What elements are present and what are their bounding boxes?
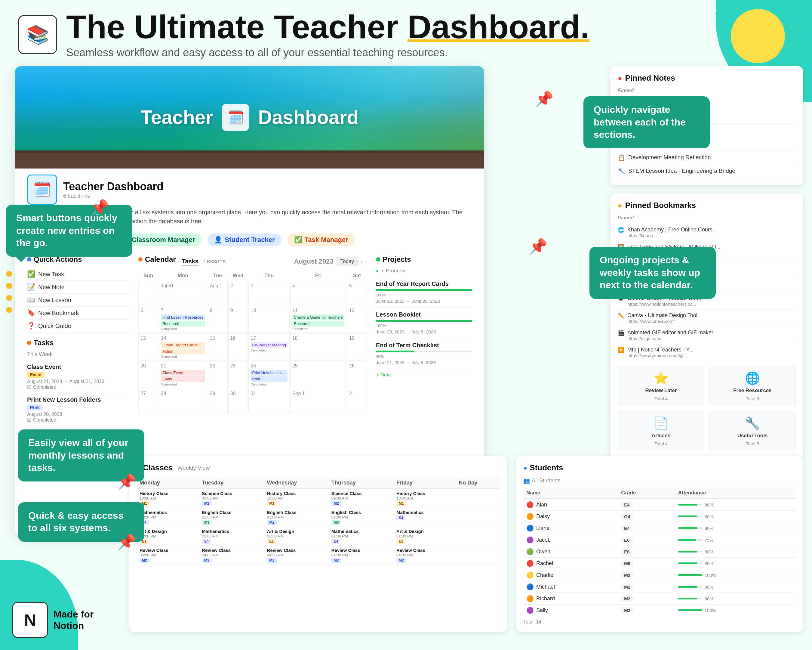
cal-cell-w2d2[interactable]: 8 [208, 306, 227, 333]
cal-cell-w2d0[interactable]: 6 [138, 306, 158, 333]
class-r2-tue[interactable]: Mathematics 03:00 PM E4 [199, 527, 264, 546]
cal-cell-w1d5[interactable]: 4 [290, 281, 346, 305]
cal-cell-w5d0[interactable]: 27 [138, 389, 158, 413]
cal-tab-lessons[interactable]: Lessons [203, 258, 226, 265]
cal-cell-w3d3[interactable]: 16 [228, 333, 248, 361]
cal-cell-w3d6[interactable]: 19 [347, 333, 367, 361]
student-row-3[interactable]: 🟣 Jacob E6 75% [523, 534, 796, 546]
class-r0-mon[interactable]: History Class 10:00 AM M1 [137, 489, 199, 508]
cal-cell-w1d3[interactable]: 2 [228, 281, 248, 305]
cal-cell-w3d4[interactable]: 17 Co-Worker Meeting Completed [249, 333, 289, 361]
cal-cell-w5d4[interactable]: 31 [249, 389, 289, 413]
class-r2-mon[interactable]: Art & Design 03:00 PM E1 [137, 527, 199, 546]
student-row-4[interactable]: 🟢 Owen E6 80% [523, 546, 796, 558]
qa-item-lesson[interactable]: 📖 New Lesson [27, 294, 129, 307]
col-monday: Monday [137, 477, 199, 489]
nav-pill-student[interactable]: 👤 Student Tracker [208, 234, 281, 246]
student-name-6: 🟡 Charlie [526, 572, 615, 579]
cal-event-class-event: Class Event [161, 370, 205, 376]
class-r3-thu[interactable]: Review Class 04:00 PM M2 [328, 546, 393, 565]
cal-cell-w3d5[interactable]: 18 [290, 333, 346, 361]
cal-cell-w4d6[interactable]: 26 [347, 361, 367, 388]
pinned-note-5[interactable]: 🔧 STEM Lesson Idea - Engineering a Bridg… [618, 164, 796, 178]
cal-cell-w2d3[interactable]: 9 [228, 306, 248, 333]
cal-cell-w4d1[interactable]: 21 Class Event Event Completed [159, 361, 207, 388]
cal-cell-w1d1[interactable]: Jul 31 [159, 281, 207, 305]
class-r1-mon[interactable]: Mathematics 02:00 PM S4 [137, 508, 199, 527]
cal-cell-w3d2[interactable]: 15 [208, 333, 227, 361]
calendar-today-button[interactable]: Today [336, 257, 359, 266]
qa-item-guide[interactable]: ❓ Quick Guide [27, 320, 129, 332]
cal-cell-w5d6[interactable]: 2 [347, 389, 367, 413]
student-row-2[interactable]: 🔵 Liane E4 80% [523, 522, 796, 534]
cal-prev-icon[interactable]: ‹ [361, 258, 363, 265]
cal-cell-w1d2[interactable]: Aug 1 [208, 281, 227, 305]
cal-next-icon[interactable]: › [365, 258, 367, 265]
cal-cell-w4d3[interactable]: 23 [228, 361, 248, 388]
cal-cell-w5d2[interactable]: 29 [208, 389, 227, 413]
cal-cell-w1d6[interactable]: 5 [347, 281, 367, 305]
student-row-1[interactable]: 🟠 Daisy G4 80% [523, 511, 796, 522]
students-group-icon: 👥 [523, 477, 530, 484]
qa-item-note[interactable]: 📝 New Note [27, 281, 129, 294]
bm-item-7[interactable]: ▶️ Mfo | Notion4Teachers - Y... https://… [618, 344, 796, 361]
bm-gallery-card-3[interactable]: 🔧 Useful Tools Total 5 [709, 411, 796, 451]
cal-cell-w2d4[interactable]: 10 [249, 306, 289, 333]
cal-cell-w3d1[interactable]: 14 Grade Report Cards Action Completed [159, 333, 207, 361]
qa-item-bookmark[interactable]: 🔖 New Bookmark [27, 307, 129, 320]
bm-item-5[interactable]: ✏️ Canva - Ultimate Design Tool https://… [618, 310, 796, 327]
nav-pill-task[interactable]: ✅ Task Manager [287, 234, 355, 246]
class-r3-mon[interactable]: Review Class 04:00 PM M2 [137, 546, 199, 565]
cal-cell-w1d0[interactable] [138, 281, 158, 305]
cal-cell-w2d1[interactable]: 7 Find Lesson Resources Research Complet… [159, 306, 207, 333]
bm-gallery-card-2[interactable]: 📄 Articles Total 4 [618, 411, 704, 451]
class-r2-wed[interactable]: Art & Design 03:00 PM E1 [264, 527, 328, 546]
cal-cell-w2d6[interactable]: 12 [347, 306, 367, 333]
student-avatar-1: 🟠 [526, 513, 534, 520]
student-row-7[interactable]: 🔵 Michael M2 80% [523, 581, 796, 593]
class-r3-tue[interactable]: Review Class 04:00 PM M2 [199, 546, 264, 565]
col-wednesday: Wednesday [264, 477, 328, 489]
class-r1-wed[interactable]: English Class 01:00 PM M2 [264, 508, 328, 527]
qa-item-task[interactable]: ✅ New Task [27, 268, 129, 281]
bm-item-0[interactable]: 🌐 Khan Academy | Free Online Cours... ht… [618, 224, 796, 241]
class-r3-fri[interactable]: Review Class 04:00 PM M2 [393, 546, 456, 565]
cal-cell-w3d0[interactable]: 13 [138, 333, 158, 361]
class-r0-tue[interactable]: Science Class 09:00 AM M2 [199, 489, 264, 508]
cal-cell-w4d5[interactable]: 25 [290, 361, 346, 388]
class-r2-fri[interactable]: Art & Design 01:00 PM E1 [393, 527, 456, 546]
class-r1-thu[interactable]: English Class 01:00 PM M3 [328, 508, 393, 527]
cal-tab-tasks[interactable]: Tasks [182, 258, 198, 265]
class-r1-tue[interactable]: English Class 01:00 PM M3 [199, 508, 264, 527]
cal-cell-w4d2[interactable]: 22 [208, 361, 227, 388]
cal-cell-w5d5[interactable]: Sep 1 [290, 389, 346, 413]
projects-new-btn[interactable]: + New [376, 372, 472, 378]
class-r0-fri[interactable]: History Class 10:00 AM M1 [393, 489, 456, 508]
cal-cell-w5d1[interactable]: 28 [159, 389, 207, 413]
bm-gallery-card-0[interactable]: ⭐ Review Later Total 4 [618, 366, 704, 406]
cal-cell-w4d0[interactable]: 20 [138, 361, 158, 388]
cal-cell-w4d4[interactable]: 24 Print New Lesso... Print Completed [249, 361, 289, 388]
pinned-note-4[interactable]: 📋 Development Meeting Reflection [618, 151, 796, 164]
student-row-9[interactable]: 🟣 Sally M2 100% [523, 604, 796, 616]
proj-status-dot: ● [376, 268, 379, 273]
student-row-6[interactable]: 🟡 Charlie M2 100% [523, 569, 796, 581]
pinned-bookmarks-title: ● Pinned Bookmarks [618, 201, 796, 210]
bm-gallery-card-1[interactable]: 🌐 Free Resources Total 5 [709, 366, 796, 406]
student-row-5[interactable]: 🔴 Rachel M6 80% [523, 558, 796, 569]
class-r0-wed[interactable]: History Class 10:00 AM M1 [264, 489, 328, 508]
class-r1-fri[interactable]: Mathematics S4 [393, 508, 456, 527]
student-avatar-7: 🔵 [526, 583, 534, 590]
class-r3-wed[interactable]: Review Class 04:00 PM M2 [264, 546, 328, 565]
student-row-0[interactable]: 🔴 Alan E4 80% [523, 499, 796, 511]
cal-cell-w2d5[interactable]: 11 Create a Guide for Teachers Research … [290, 306, 346, 333]
callout-projects: Ongoing projects & weekly tasks show up … [589, 247, 716, 299]
cal-cell-w1d4[interactable]: 3 [249, 281, 289, 305]
class-r0-thu[interactable]: Science Class 09:00 AM M2 [328, 489, 393, 508]
cal-cell-w5d3[interactable]: 30 [228, 389, 248, 413]
student-row-8[interactable]: 🟠 Richard M2 80% [523, 593, 796, 604]
bm-item-6[interactable]: 🎬 Animated GIF editor and GIF maker http… [618, 327, 796, 344]
bm-icon-6: 🎬 [618, 329, 624, 336]
class-r2-thu[interactable]: Mathematics 01:00 PM E4 [328, 527, 393, 546]
student-avatar-9: 🟣 [526, 607, 534, 614]
